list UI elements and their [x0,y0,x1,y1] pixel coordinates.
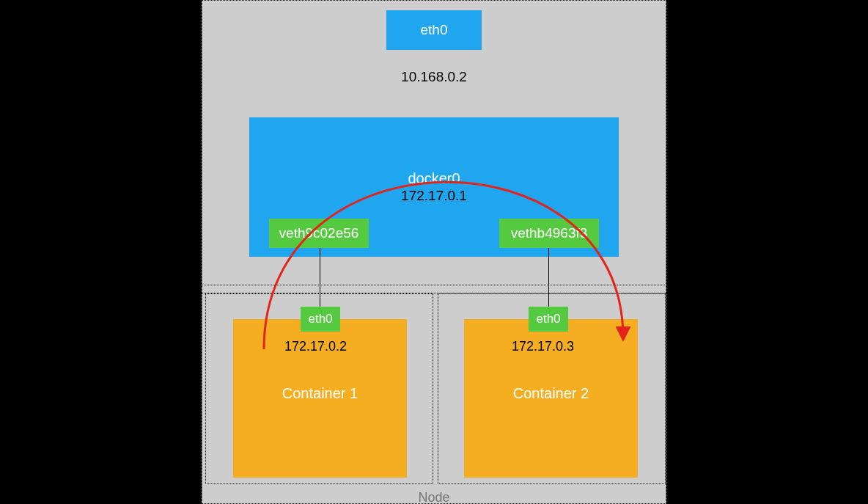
container2-label: Container 2 [464,385,638,402]
container2-eth0-label: eth0 [536,312,560,326]
container1-eth0-box: eth0 [301,307,340,332]
container1-label: Container 1 [233,385,407,402]
veth-left-label: veth9c02e56 [279,225,359,241]
host-eth0-ip: 10.168.0.2 [202,69,666,85]
veth-right-label: vethb4963f3 [511,225,588,241]
veth-right-box: vethb4963f3 [499,219,599,248]
container2-eth0-box: eth0 [529,307,568,332]
host-eth0-label: eth0 [421,22,448,38]
container2-ip: 172.17.0.3 [512,339,574,354]
node-label: Node [202,490,666,504]
container1-ip: 172.17.0.2 [284,339,347,354]
namespace-divider [202,285,666,293]
container1-eth0-label: eth0 [308,312,332,326]
docker0-ip: 172.17.0.1 [249,188,619,204]
veth-left-box: veth9c02e56 [269,219,369,248]
docker0-label: docker0 [249,170,619,187]
host-eth0-box: eth0 [386,10,482,50]
